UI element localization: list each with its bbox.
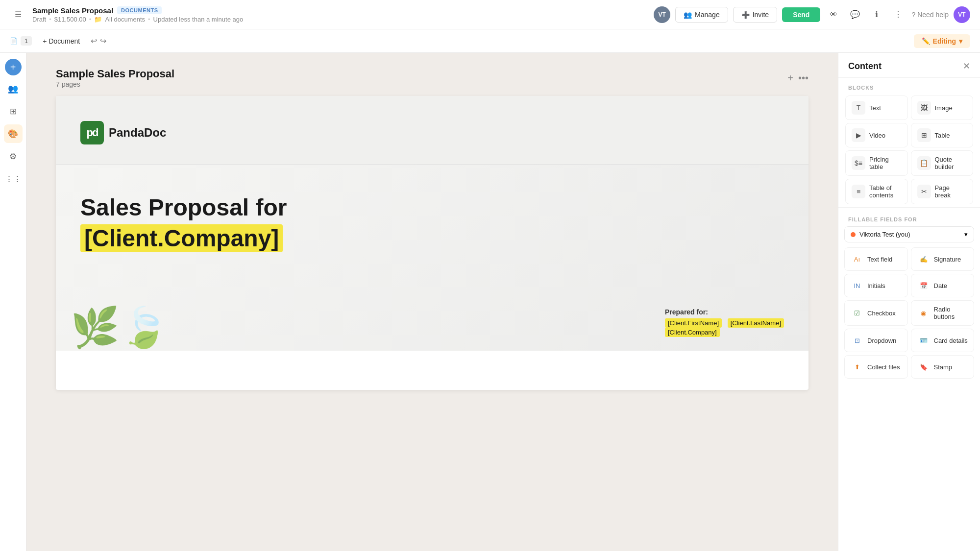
quote-builder-icon: 📋: [917, 156, 931, 170]
toc-icon: ≡: [852, 185, 865, 198]
hamburger-button[interactable]: ☰: [10, 6, 26, 23]
dropdown-chevron-icon: ▾: [964, 231, 968, 238]
prepared-for-label: Prepared for:: [665, 308, 784, 316]
preview-button[interactable]: 👁: [825, 6, 842, 23]
document-header-bar: Sample Sales Proposal 7 pages + •••: [56, 68, 808, 88]
sidebar-icon-people[interactable]: 👥: [4, 79, 23, 98]
field-checkbox[interactable]: ☑ Checkbox: [844, 300, 908, 326]
checkbox-icon: ☑: [851, 307, 863, 319]
stamp-label: Stamp: [934, 363, 953, 371]
block-quote-label: Quote builder: [935, 156, 967, 170]
owner-name: Viktoria Test (you): [859, 231, 910, 238]
proposal-headline-line2: [Client.Company]: [80, 224, 283, 252]
fillable-section-label: FILLABLE FIELDS FOR: [844, 210, 974, 226]
info-button[interactable]: ℹ: [868, 6, 885, 23]
panel-header: Content ✕: [838, 53, 980, 78]
block-toc-label: Table of contents: [869, 184, 902, 199]
block-image-label: Image: [935, 104, 953, 112]
text-block-icon: T: [852, 101, 865, 115]
dropdown-icon: ⊡: [851, 334, 863, 347]
send-button[interactable]: Send: [782, 7, 820, 22]
page-add-button[interactable]: +: [787, 72, 793, 84]
client-company-field[interactable]: [Client.Company]: [665, 328, 720, 337]
document-page: pd PandaDoc Sales Proposal for [Client.C…: [56, 96, 808, 390]
page-number: 1: [21, 36, 32, 46]
signature-icon: ✍: [917, 253, 930, 265]
top-header: ☰ Sample Sales Proposal DOCUMENTS Draft …: [0, 0, 980, 29]
block-video[interactable]: ▶ Video: [845, 123, 908, 147]
field-dropdown[interactable]: ⊡ Dropdown: [844, 329, 908, 352]
block-quote-builder[interactable]: 📋 Quote builder: [911, 150, 974, 176]
add-content-button[interactable]: +: [5, 59, 22, 75]
sidebar-icon-filter[interactable]: ⚙: [4, 147, 23, 166]
sidebar-icon-apps[interactable]: ⋮⋮: [4, 169, 23, 188]
field-initials[interactable]: IN Initials: [844, 274, 908, 297]
comment-icon: 💬: [850, 10, 860, 19]
ellipsis-icon: ⋮: [894, 10, 902, 19]
date-icon: 📅: [917, 279, 930, 292]
undo-button[interactable]: ↩: [91, 36, 97, 46]
field-text-field[interactable]: Aı Text field: [844, 247, 908, 271]
field-card-details[interactable]: 🪪 Card details: [911, 329, 975, 352]
owner-dot-icon: [851, 232, 856, 237]
eye-icon: 👁: [830, 10, 837, 19]
logo-icon: pd: [80, 121, 104, 144]
doc-updated: Updated less than a minute ago: [153, 16, 244, 23]
sub-header: 📄 1 + Document ↩ ↪ ✏️ Editing ▾: [0, 29, 980, 53]
page-main-section: Sales Proposal for [Client.Company] 🌿🍃 P…: [56, 165, 808, 351]
block-text[interactable]: T Text: [845, 96, 908, 120]
close-panel-button[interactable]: ✕: [963, 61, 970, 72]
add-document-button[interactable]: + Document: [38, 35, 85, 47]
block-page-break[interactable]: ✂ Page break: [911, 179, 974, 204]
doc-status: Draft: [32, 16, 46, 23]
prepared-for-section: Prepared for: [Client.FirstName] [Client…: [665, 308, 784, 336]
client-firstname-field[interactable]: [Client.FirstName]: [665, 318, 722, 328]
signature-label: Signature: [934, 256, 961, 263]
field-stamp[interactable]: 🔖 Stamp: [911, 355, 975, 379]
collect-files-icon: ⬆: [851, 360, 863, 373]
field-signature[interactable]: ✍ Signature: [911, 247, 975, 271]
card-details-icon: 🪪: [917, 334, 930, 347]
left-sidebar: + 👥 ⊞ 🎨 ⚙ ⋮⋮: [0, 53, 26, 551]
field-date[interactable]: 📅 Date: [911, 274, 975, 297]
content-panel: Content ✕ BLOCKS T Text 🖼 Image ▶ Video …: [838, 53, 980, 551]
user-avatar: VT: [654, 6, 670, 23]
block-table-of-contents[interactable]: ≡ Table of contents: [845, 179, 908, 204]
redo-button[interactable]: ↪: [100, 36, 106, 46]
need-help-link[interactable]: ? Need help: [911, 11, 949, 19]
document-area: Sample Sales Proposal 7 pages + ••• pd P…: [26, 53, 838, 551]
text-field-icon: Aı: [851, 253, 863, 265]
field-radio-buttons[interactable]: ◉ Radio buttons: [911, 300, 975, 326]
info-icon: ℹ: [875, 10, 878, 19]
block-pricing-table[interactable]: $≡ Pricing table: [845, 150, 908, 176]
manage-button[interactable]: 👥 Manage: [675, 7, 728, 23]
date-label: Date: [934, 282, 947, 289]
block-image[interactable]: 🖼 Image: [911, 96, 974, 120]
document-actions: + •••: [787, 72, 808, 84]
sidebar-icon-grid[interactable]: ⊞: [4, 102, 23, 120]
proposal-headline-line1: Sales Proposal for: [80, 194, 335, 221]
block-text-label: Text: [869, 104, 881, 112]
invite-button[interactable]: ➕ Invite: [733, 7, 777, 23]
documents-badge: DOCUMENTS: [117, 6, 162, 14]
document-meta: Draft • $11,500.00 • 📁 All documents • U…: [32, 16, 243, 23]
more-options-button[interactable]: ⋮: [890, 6, 906, 23]
page-more-button[interactable]: •••: [798, 72, 808, 84]
block-table-label: Table: [935, 132, 950, 139]
field-collect-files[interactable]: ⬆ Collect files: [844, 355, 908, 379]
owner-dropdown[interactable]: Viktoria Test (you) ▾: [844, 226, 974, 242]
text-field-label: Text field: [867, 256, 892, 263]
block-table[interactable]: ⊞ Table: [911, 123, 974, 147]
chevron-down-icon: ▾: [959, 37, 962, 45]
radio-buttons-icon: ◉: [917, 307, 930, 319]
pricing-table-icon: $≡: [852, 156, 865, 170]
editing-mode-button[interactable]: ✏️ Editing ▾: [914, 34, 970, 48]
page-indicator: 📄 1: [10, 36, 32, 46]
sidebar-icon-palette[interactable]: 🎨: [4, 124, 23, 143]
page-logo-section: pd PandaDoc: [56, 96, 808, 165]
doc-folder: All documents: [105, 16, 145, 23]
client-lastname-field[interactable]: [Client.LastName]: [728, 318, 784, 328]
comments-button[interactable]: 💬: [847, 6, 863, 23]
page-break-icon: ✂: [917, 185, 931, 198]
document-pages: 7 pages: [56, 80, 174, 88]
